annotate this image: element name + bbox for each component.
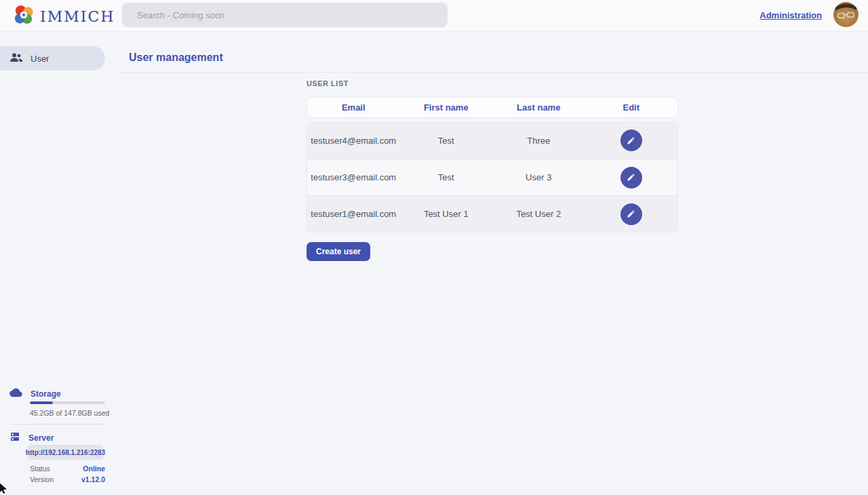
mouse-cursor	[0, 482, 8, 494]
cell-last-name: Test User 2	[492, 209, 585, 219]
app-header: IMMICH Administration	[0, 0, 868, 32]
server-section-header: Server	[9, 431, 54, 445]
server-title: Server	[28, 433, 54, 443]
search-input[interactable]	[122, 3, 448, 27]
cell-first-name: Test	[400, 172, 493, 182]
column-header-first-name: First name	[400, 102, 493, 113]
table-row: testuser3@email.comTestUser 3	[307, 159, 677, 195]
cell-first-name: Test	[400, 136, 493, 146]
sidebar-item-user[interactable]: User	[0, 46, 105, 71]
server-status-label: Status	[30, 464, 50, 473]
pencil-icon	[627, 210, 635, 218]
cloud-icon	[9, 388, 22, 400]
page-title: User management	[129, 52, 223, 64]
cell-first-name: Test User 1	[400, 209, 493, 219]
cell-edit	[585, 167, 678, 189]
sidebar-item-label: User	[31, 54, 49, 64]
dns-icon	[9, 431, 20, 445]
table-header: Email First name Last name Edit	[307, 97, 678, 118]
pencil-icon	[627, 136, 635, 145]
search-bar[interactable]	[122, 3, 448, 27]
storage-progress-bar	[30, 401, 105, 404]
edit-user-button[interactable]	[620, 167, 642, 189]
cell-email: testuser4@email.com	[307, 136, 400, 146]
edit-user-button[interactable]	[620, 203, 642, 225]
edit-user-button[interactable]	[620, 130, 642, 151]
immich-flower-icon	[13, 4, 35, 29]
server-status-value: Online	[83, 464, 105, 473]
sidebar-divider	[9, 424, 105, 424]
storage-usage-text: 45.2GB of 147.8GB used	[30, 409, 109, 417]
column-header-email: Email	[307, 102, 400, 113]
cell-last-name: User 3	[492, 172, 585, 182]
table-row: testuser4@email.comTestThree	[307, 122, 677, 159]
users-icon	[9, 52, 23, 65]
table-row: testuser1@email.comTest User 1Test User …	[307, 195, 677, 232]
cell-edit	[585, 130, 678, 151]
user-table-body: testuser4@email.comTestThreetestuser3@em…	[307, 121, 678, 233]
logo[interactable]: IMMICH	[13, 4, 115, 29]
server-status-row: Status Online	[30, 464, 105, 473]
administration-link[interactable]: Administration	[760, 10, 822, 20]
column-header-last-name: Last name	[492, 102, 585, 113]
cell-edit	[585, 203, 678, 225]
pencil-icon	[627, 173, 635, 182]
server-version-row: Version v1.12.0	[30, 475, 105, 483]
server-url: http://192.168.1.216:2283	[27, 445, 104, 460]
column-header-edit: Edit	[585, 102, 678, 113]
cell-last-name: Three	[492, 136, 585, 146]
server-version-label: Version	[30, 475, 54, 483]
immich-app: IMMICH Administration	[0, 0, 868, 495]
avatar-image	[833, 2, 859, 27]
storage-progress-fill	[30, 401, 53, 404]
user-avatar[interactable]	[833, 2, 859, 27]
user-list-label: USER LIST	[307, 79, 349, 87]
logo-text: IMMICH	[40, 8, 115, 25]
server-version-value: v1.12.0	[81, 475, 105, 483]
storage-title: Storage	[31, 389, 61, 399]
cell-email: testuser1@email.com	[307, 209, 400, 219]
create-user-button[interactable]: Create user	[307, 242, 370, 261]
title-divider	[115, 72, 868, 73]
cell-email: testuser3@email.com	[307, 172, 400, 182]
storage-section-header: Storage	[9, 388, 61, 400]
